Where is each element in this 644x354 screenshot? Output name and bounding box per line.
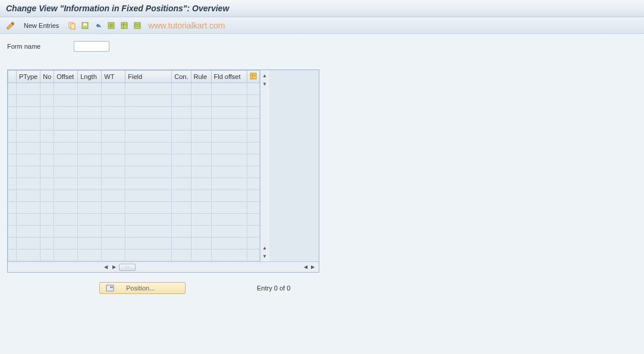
cell-con[interactable] [172, 214, 191, 226]
cell-offset[interactable] [54, 143, 78, 154]
cell-con[interactable] [172, 238, 191, 249]
cell-offset[interactable] [54, 166, 78, 178]
cell-wt[interactable] [102, 107, 125, 119]
cell-rule[interactable] [191, 202, 211, 214]
cell-con[interactable] [172, 143, 191, 154]
cell-no[interactable] [40, 190, 54, 202]
cell-ptype[interactable] [17, 107, 40, 119]
cell-rule[interactable] [191, 178, 211, 190]
cell-no[interactable] [40, 143, 54, 154]
row-selector[interactable] [8, 249, 17, 261]
cell-no[interactable] [40, 178, 54, 190]
cell-offset[interactable] [54, 178, 78, 190]
col-header-rule[interactable]: Rule [191, 71, 211, 83]
scroll-left-arrow[interactable]: ◀ [102, 264, 109, 271]
cell-ptype[interactable] [17, 202, 40, 214]
cell-no[interactable] [40, 119, 54, 131]
row-selector[interactable] [8, 95, 17, 107]
scroll-down-arrow[interactable]: ▼ [260, 252, 269, 260]
cell-offset[interactable] [54, 107, 78, 119]
cell-con[interactable] [172, 249, 191, 261]
table-config-button[interactable] [247, 71, 259, 83]
horizontal-scrollbar[interactable]: ◀ ▶ ⋯ ◀ ▶ [8, 261, 319, 272]
select-all-header[interactable] [8, 71, 17, 83]
cell-field[interactable] [125, 95, 172, 107]
cell-wt[interactable] [102, 202, 125, 214]
cell-fldoffset[interactable] [211, 107, 247, 119]
cell-fldoffset[interactable] [211, 166, 247, 178]
cell-field[interactable] [125, 119, 172, 131]
cell-wt[interactable] [102, 154, 125, 166]
cell-offset[interactable] [54, 238, 78, 249]
cell-fldoffset[interactable] [211, 249, 247, 261]
cell-field[interactable] [125, 154, 172, 166]
row-selector[interactable] [8, 143, 17, 154]
cell-fldoffset[interactable] [211, 226, 247, 238]
cell-field[interactable] [125, 202, 172, 214]
row-selector[interactable] [8, 238, 17, 249]
row-selector[interactable] [8, 83, 17, 95]
cell-offset[interactable] [54, 119, 78, 131]
cell-no[interactable] [40, 214, 54, 226]
cell-field[interactable] [125, 238, 172, 249]
cell-field[interactable] [125, 226, 172, 238]
scroll-right-arrow[interactable]: ▶ [309, 264, 316, 271]
cell-offset[interactable] [54, 226, 78, 238]
cell-wt[interactable] [102, 249, 125, 261]
cell-fldoffset[interactable] [211, 95, 247, 107]
position-button[interactable]: Position... [99, 282, 186, 294]
col-header-wt[interactable]: WT [102, 71, 125, 83]
cell-lngth[interactable] [78, 249, 102, 261]
cell-no[interactable] [40, 202, 54, 214]
cell-rule[interactable] [191, 166, 211, 178]
cell-con[interactable] [172, 83, 191, 95]
cell-no[interactable] [40, 95, 54, 107]
cell-no[interactable] [40, 107, 54, 119]
row-selector[interactable] [8, 226, 17, 238]
cell-rule[interactable] [191, 143, 211, 154]
cell-no[interactable] [40, 131, 54, 143]
scroll-right-arrow-left[interactable]: ▶ [111, 264, 118, 271]
cell-ptype[interactable] [17, 249, 40, 261]
cell-fldoffset[interactable] [211, 119, 247, 131]
table-row[interactable] [8, 226, 260, 238]
new-entries-button[interactable]: New Entries [19, 21, 64, 30]
col-header-lngth[interactable]: Lngth [78, 71, 102, 83]
cell-ptype[interactable] [17, 214, 40, 226]
row-selector[interactable] [8, 154, 17, 166]
col-header-con[interactable]: Con. [172, 71, 191, 83]
table-row[interactable] [8, 238, 260, 249]
cell-field[interactable] [125, 249, 172, 261]
cell-con[interactable] [172, 166, 191, 178]
table-row[interactable] [8, 143, 260, 154]
cell-ptype[interactable] [17, 119, 40, 131]
cell-ptype[interactable] [17, 154, 40, 166]
cell-no[interactable] [40, 249, 54, 261]
cell-rule[interactable] [191, 214, 211, 226]
cell-rule[interactable] [191, 107, 211, 119]
cell-offset[interactable] [54, 95, 78, 107]
cell-rule[interactable] [191, 83, 211, 95]
row-selector[interactable] [8, 119, 17, 131]
col-header-field[interactable]: Field [125, 71, 172, 83]
cell-wt[interactable] [102, 131, 125, 143]
cell-wt[interactable] [102, 238, 125, 249]
row-selector[interactable] [8, 131, 17, 143]
cell-rule[interactable] [191, 238, 211, 249]
table-row[interactable] [8, 190, 260, 202]
row-selector[interactable] [8, 214, 17, 226]
cell-field[interactable] [125, 190, 172, 202]
cell-fldoffset[interactable] [211, 202, 247, 214]
cell-fldoffset[interactable] [211, 83, 247, 95]
cell-lngth[interactable] [78, 190, 102, 202]
select-all-icon[interactable] [106, 21, 116, 30]
cell-wt[interactable] [102, 214, 125, 226]
cell-field[interactable] [125, 83, 172, 95]
cell-ptype[interactable] [17, 83, 40, 95]
cell-lngth[interactable] [78, 107, 102, 119]
cell-wt[interactable] [102, 83, 125, 95]
cell-offset[interactable] [54, 249, 78, 261]
table-row[interactable] [8, 202, 260, 214]
cell-offset[interactable] [54, 131, 78, 143]
cell-con[interactable] [172, 119, 191, 131]
